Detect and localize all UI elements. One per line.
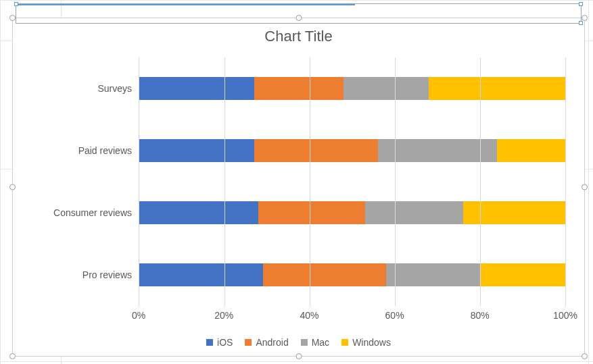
bar-segment-windows[interactable]: [463, 201, 565, 224]
gridline: [395, 57, 396, 306]
x-tick-label: 100%: [553, 310, 577, 321]
gridline: [480, 57, 481, 306]
legend-label: iOS: [217, 337, 233, 348]
gridline: [224, 57, 225, 306]
bar-segment-android[interactable]: [254, 77, 343, 100]
plot-area[interactable]: SurveysPaid reviewsConsumer reviewsPro r…: [44, 57, 565, 306]
gridline: [565, 57, 566, 306]
x-tick-label: 40%: [300, 310, 318, 321]
legend-swatch: [301, 339, 308, 346]
resize-handle-bottom-middle[interactable]: [295, 353, 302, 359]
x-tick-label: 0%: [132, 310, 145, 321]
y-tick-label: Pro reviews: [44, 269, 132, 280]
bar-segment-mac[interactable]: [343, 77, 429, 100]
legend-item-windows[interactable]: Windows: [341, 337, 391, 348]
bar-segment-ios[interactable]: [139, 139, 254, 162]
legend-swatch: [341, 339, 348, 346]
bar-segment-android[interactable]: [258, 201, 365, 224]
legend-swatch: [245, 339, 252, 346]
resize-handle-top-left[interactable]: [9, 15, 16, 21]
chart-title[interactable]: Chart Title: [13, 18, 584, 45]
bar-row: [139, 263, 565, 286]
bar-segment-windows[interactable]: [429, 77, 565, 100]
legend-item-android[interactable]: Android: [245, 337, 288, 348]
resize-handle-middle-left[interactable]: [9, 184, 16, 190]
resize-handle-bottom-left[interactable]: [9, 353, 16, 359]
chart-object[interactable]: Chart Title SurveysPaid reviewsConsumer …: [12, 18, 585, 357]
bar-segment-ios[interactable]: [139, 263, 263, 286]
x-tick-label: 20%: [214, 310, 233, 321]
gridline: [310, 57, 310, 306]
y-axis: SurveysPaid reviewsConsumer reviewsPro r…: [44, 57, 139, 306]
bar-segment-mac[interactable]: [386, 263, 480, 286]
legend-item-ios[interactable]: iOS: [206, 337, 233, 348]
bar-row: [139, 201, 565, 224]
bar-row: [139, 77, 565, 100]
resize-handle-top-middle[interactable]: [295, 15, 302, 21]
bar-segment-mac[interactable]: [365, 201, 463, 224]
legend-item-mac[interactable]: Mac: [301, 337, 329, 348]
legend-label: Mac: [312, 337, 329, 348]
legend-label: Android: [256, 337, 288, 348]
bar-row: [139, 139, 565, 162]
bar-segment-windows[interactable]: [497, 139, 565, 162]
x-tick-label: 80%: [471, 310, 490, 321]
bar-segment-windows[interactable]: [480, 263, 565, 286]
bar-segment-mac[interactable]: [378, 139, 497, 162]
legend-swatch: [206, 339, 213, 346]
legend-label: Windows: [352, 337, 391, 348]
resize-handle-bottom-right[interactable]: [582, 353, 588, 359]
resize-handle-top-right[interactable]: [582, 15, 588, 21]
plot-canvas: [139, 57, 565, 306]
bar-segment-android[interactable]: [263, 263, 387, 286]
bar-segment-ios[interactable]: [139, 201, 258, 224]
y-tick-label: Surveys: [44, 83, 132, 94]
resize-handle-middle-right[interactable]: [582, 184, 588, 190]
bar-segment-android[interactable]: [254, 139, 378, 162]
y-tick-label: Consumer reviews: [44, 207, 132, 218]
x-tick-label: 60%: [385, 310, 404, 321]
x-axis: 0%20%40%60%80%100%: [139, 309, 565, 323]
legend[interactable]: iOSAndroidMacWindows: [13, 337, 584, 348]
bar-segment-ios[interactable]: [139, 77, 254, 100]
y-tick-label: Paid reviews: [44, 145, 132, 156]
